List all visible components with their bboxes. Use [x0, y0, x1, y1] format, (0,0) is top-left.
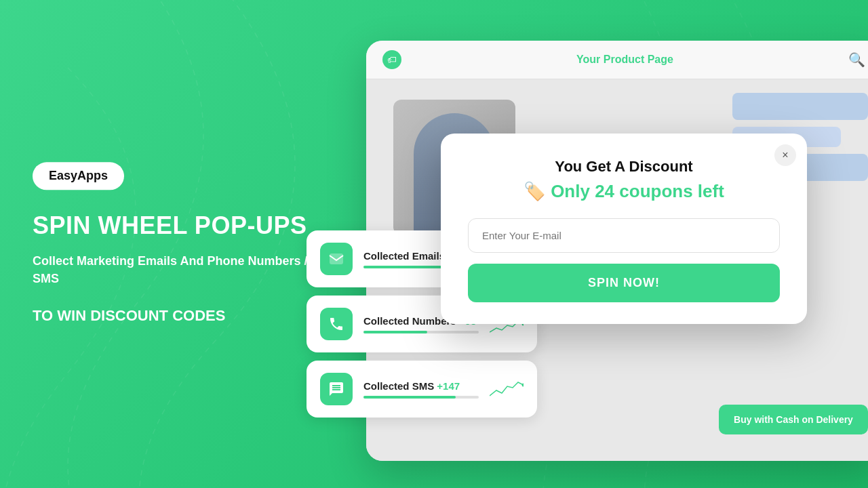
brand-name: EasyApps — [49, 169, 108, 183]
mock-cash-button[interactable]: Buy with Cash on Delivery — [719, 405, 868, 434]
svg-rect-0 — [330, 253, 343, 264]
sms-stat-info: Collected SMS +147 — [363, 380, 479, 399]
mock-logo-icon: 🏷 — [382, 50, 401, 69]
email-bar-fill — [363, 266, 444, 268]
mock-header: 🏷 Your Product Page 🔍 — [366, 41, 868, 79]
sms-chart — [490, 378, 524, 400]
popup-close-button[interactable]: × — [774, 144, 796, 166]
email-icon — [320, 243, 353, 275]
tagline: TO WIN DISCOUNT CODES — [33, 306, 324, 326]
popup-title: You Get A Discount — [468, 158, 780, 176]
headline: SPIN WHEEL POP-UPS — [33, 211, 324, 239]
subheadline: Collect Marketing Emails And Phone Numbe… — [33, 253, 324, 287]
tag-icon: 🏷️ — [524, 181, 545, 202]
numbers-stat-bar — [363, 331, 479, 333]
sms-icon — [320, 373, 353, 405]
spin-now-button[interactable]: SPIN NOW! — [468, 264, 780, 302]
phone-icon — [320, 308, 353, 340]
brand-pill: EasyApps — [33, 162, 124, 190]
popup-modal: × You Get A Discount 🏷️ Only 24 coupons … — [441, 134, 807, 324]
mock-page-title: Your Product Page — [576, 54, 673, 66]
popup-subtitle-text: Only 24 coupons left — [551, 181, 724, 202]
numbers-bar-fill — [363, 331, 427, 333]
stat-card-sms: Collected SMS +147 — [307, 361, 537, 418]
left-panel: EasyApps SPIN WHEEL POP-UPS Collect Mark… — [33, 162, 324, 325]
sms-stat-bar — [363, 396, 479, 399]
mock-bar-1 — [732, 93, 868, 120]
mock-search-icon: 🔍 — [848, 52, 865, 68]
email-input[interactable] — [468, 218, 780, 253]
popup-subtitle: 🏷️ Only 24 coupons left — [468, 181, 780, 202]
sms-stat-title: Collected SMS +147 — [363, 380, 479, 392]
sms-bar-fill — [363, 396, 456, 399]
